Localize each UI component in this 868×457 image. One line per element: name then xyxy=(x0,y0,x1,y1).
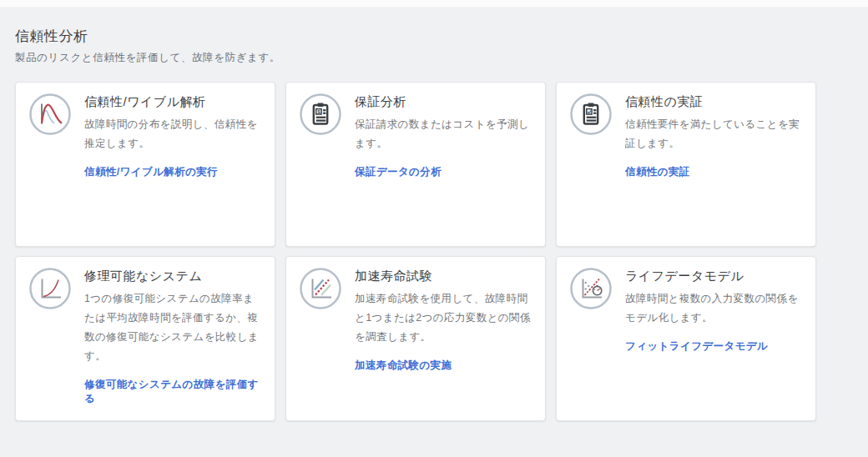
demonstrate-reliability-link[interactable]: 信頼性の実証 xyxy=(625,165,690,179)
perform-accelerated-life-test-link[interactable]: 加速寿命試験の実施 xyxy=(355,359,452,373)
card-title: 信頼性/ワイブル解析 xyxy=(84,93,262,111)
card-description: 故障時間の分布を説明し、信頼性を推定します。 xyxy=(84,115,262,153)
card-description: 故障時間と複数の入力変数の関係をモデル化します。 xyxy=(625,289,803,328)
page-subtitle: 製品のリスクと信頼性を評価して、故障を防ぎます。 xyxy=(15,51,853,65)
trend-lines-icon xyxy=(299,267,342,310)
top-strip xyxy=(0,0,868,8)
warranty-clipboard-icon: $ xyxy=(299,93,342,136)
card-description: 信頼性要件を満たしていることを実証します。 xyxy=(625,115,803,153)
card-warranty-analysis: $ 保証分析 保証請求の数またはコストを予測します。 保証データの分析 xyxy=(285,82,546,247)
card-description: 保証請求の数またはコストを予測します。 xyxy=(355,115,532,153)
demonstration-clipboard-icon xyxy=(569,93,613,136)
weibull-distribution-icon xyxy=(28,93,72,136)
card-life-data-model: ライフデータモデル 故障時間と複数の入力変数の関係をモデル化します。 フィットラ… xyxy=(556,256,816,421)
growth-curve-icon xyxy=(28,267,72,310)
card-title: 加速寿命試験 xyxy=(355,267,532,285)
svg-text:$: $ xyxy=(317,108,320,114)
fit-life-data-model-link[interactable]: フィットライフデータモデル xyxy=(625,339,768,354)
card-weibull-analysis: 信頼性/ワイブル解析 故障時間の分布を説明し、信頼性を推定します。 信頼性/ワイ… xyxy=(15,82,275,247)
analyze-warranty-data-link[interactable]: 保証データの分析 xyxy=(355,165,442,179)
page-title: 信頼性分析 xyxy=(15,27,853,46)
card-description: 1つの修復可能システムの故障率または平均故障時間を評価するか、複数の修復可能なシ… xyxy=(84,289,262,366)
analysis-cards-grid: 信頼性/ワイブル解析 故障時間の分布を説明し、信頼性を推定します。 信頼性/ワイ… xyxy=(15,82,816,421)
card-title: 保証分析 xyxy=(355,93,532,111)
card-title: ライフデータモデル xyxy=(625,267,803,285)
card-reliability-demonstration: 信頼性の実証 信頼性要件を満たしていることを実証します。 信頼性の実証 xyxy=(556,82,816,247)
scatter-gauge-icon xyxy=(569,267,613,310)
card-accelerated-life-testing: 加速寿命試験 加速寿命試験を使用して、故障時間と1つまたは2つの応力変数との関係… xyxy=(285,256,546,421)
evaluate-repairable-system-link[interactable]: 修復可能なシステムの故障を評価する xyxy=(84,378,262,406)
card-title: 修理可能なシステム xyxy=(84,267,262,285)
card-description: 加速寿命試験を使用して、故障時間と1つまたは2つの応力変数との関係を調査します。 xyxy=(355,289,532,347)
run-weibull-analysis-link[interactable]: 信頼性/ワイブル解析の実行 xyxy=(84,165,218,179)
page-header: 信頼性分析 製品のリスクと信頼性を評価して、故障を防ぎます。 xyxy=(15,27,853,65)
card-repairable-systems: 修理可能なシステム 1つの修復可能システムの故障率または平均故障時間を評価するか… xyxy=(15,256,275,421)
card-title: 信頼性の実証 xyxy=(625,93,803,111)
